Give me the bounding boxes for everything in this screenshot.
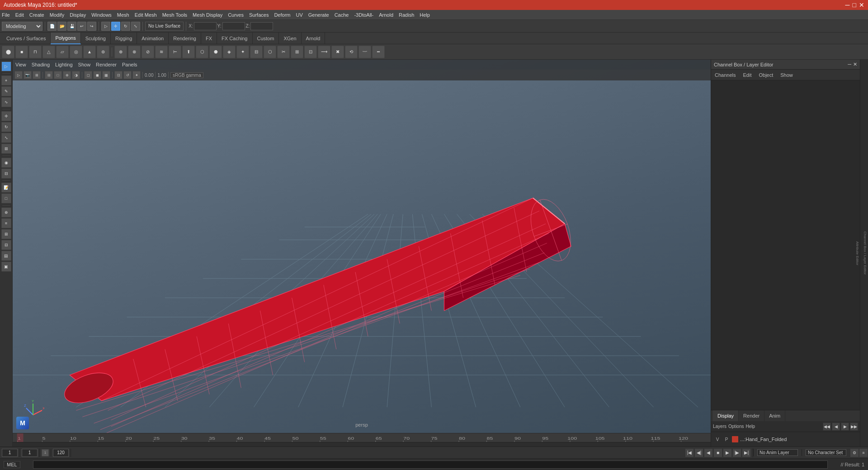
layer-v[interactable]: V (714, 436, 721, 443)
menu-3dto-all[interactable]: -3DtoAll- (354, 12, 373, 18)
tool-6[interactable]: ▣ (1, 262, 11, 272)
shelf-delete-edge[interactable]: ✖ (331, 46, 344, 58)
viewport-main[interactable]: View Shading Lighting Show Renderer Pane… (13, 60, 711, 433)
maximize-btn[interactable]: □ (853, 1, 856, 9)
shelf-smooth[interactable]: ≋ (155, 46, 168, 58)
play-back-btn[interactable]: ◀ (704, 448, 713, 457)
layer-p[interactable]: P (723, 436, 730, 443)
shelf-extrude[interactable]: ⬆ (182, 46, 195, 58)
shelf-poke[interactable]: ✦ (236, 46, 249, 58)
soft-select[interactable]: ◉ (1, 158, 11, 168)
go-start-btn[interactable]: |◀ (685, 448, 694, 457)
menu-deform[interactable]: Deform (274, 12, 290, 18)
help-sub[interactable]: Help (745, 424, 755, 429)
layer-tab-display[interactable]: Display (713, 410, 739, 421)
mode-dropdown[interactable]: Modeling (2, 22, 42, 31)
renderer-menu[interactable]: Renderer (96, 62, 117, 67)
tab-rigging[interactable]: Rigging (111, 33, 137, 44)
layers-sub[interactable]: Layers (713, 424, 726, 429)
tab-edit[interactable]: Edit (741, 72, 753, 78)
menu-arnold[interactable]: Arnold (379, 12, 393, 18)
panels-menu[interactable]: Panels (122, 62, 137, 67)
panel-minimize[interactable]: ─ (848, 61, 851, 67)
layer-end-btn[interactable]: ▶▶ (850, 423, 858, 431)
tab-custom[interactable]: Custom (253, 33, 279, 44)
shelf-cube[interactable]: ■ (15, 46, 28, 58)
menu-create[interactable]: Create (29, 12, 44, 18)
shelf-cone[interactable]: △ (42, 46, 55, 58)
shelf-cylinder[interactable]: ⊓ (29, 46, 42, 58)
stop-btn[interactable]: ■ (713, 448, 722, 457)
menu-modify[interactable]: Modify (50, 12, 64, 18)
menu-file[interactable]: File (2, 12, 10, 18)
layer-tab-anim[interactable]: Anim (764, 410, 785, 421)
layer-fwd-btn[interactable]: ▶ (841, 423, 849, 431)
tab-arnold[interactable]: Arnold (302, 33, 326, 44)
scale-tool[interactable]: ⤡ (1, 133, 11, 143)
shelf-plane[interactable]: ▱ (56, 46, 69, 58)
tab-sculpting[interactable]: Sculpting (81, 33, 111, 44)
current-frame-input[interactable] (2, 449, 18, 457)
go-end-btn[interactable]: ▶| (742, 448, 751, 457)
menu-edit-mesh[interactable]: Edit Mesh (135, 12, 157, 18)
window-controls[interactable]: ─ □ ✕ (845, 1, 864, 9)
shelf-pipe[interactable]: ⊚ (97, 46, 109, 58)
redo-btn[interactable]: ↪ (87, 22, 96, 31)
shelf-harden[interactable]: ━ (372, 46, 385, 58)
close-btn[interactable]: ✕ (859, 1, 864, 9)
vp-shading[interactable]: ◑ (72, 71, 80, 79)
shelf-separate[interactable]: ⊗ (128, 46, 141, 58)
undo-btn[interactable]: ↩ (77, 22, 86, 31)
camera-tool[interactable]: □ (1, 193, 11, 203)
vp-display2[interactable]: ◼ (93, 71, 101, 79)
menu-radish[interactable]: Radish (399, 12, 414, 18)
shelf-soften[interactable]: 〰 (359, 46, 371, 58)
vp-display3[interactable]: ▦ (102, 71, 110, 79)
sculpt-tool[interactable]: ∿ (1, 97, 11, 107)
tab-xgen[interactable]: XGen (279, 33, 301, 44)
tool-1[interactable]: ⊕ (1, 207, 11, 217)
list-item[interactable]: V P ...:Hand_Fan_Folded (713, 434, 858, 445)
menu-cache[interactable]: Cache (335, 12, 349, 18)
paint-tool[interactable]: ✎ (1, 86, 11, 96)
vp-orbit[interactable]: ↺ (123, 71, 132, 79)
tab-object[interactable]: Object (757, 72, 775, 78)
minimize-btn[interactable]: ─ (845, 1, 850, 9)
tab-channels[interactable]: Channels (713, 72, 737, 78)
open-btn[interactable]: 📂 (57, 22, 66, 31)
shelf-bevel[interactable]: ⬡ (196, 46, 208, 58)
tab-curves-surfaces[interactable]: Curves / Surfaces (2, 33, 51, 44)
move-tool[interactable]: ✛ (1, 111, 11, 121)
scale-btn[interactable]: ⤡ (131, 22, 140, 31)
rotate-tool[interactable]: ↻ (1, 122, 11, 132)
vp-snap[interactable]: ✦ (132, 71, 141, 79)
range-end-input[interactable] (53, 449, 69, 457)
menu-curves[interactable]: Curves (228, 12, 244, 18)
tab-rendering[interactable]: Rendering (169, 33, 201, 44)
y-input[interactable] (222, 22, 245, 30)
menu-mesh[interactable]: Mesh (117, 12, 129, 18)
shelf-combine[interactable]: ⊕ (114, 46, 127, 58)
range-start-input[interactable] (22, 449, 38, 457)
move-btn[interactable]: ✛ (111, 22, 120, 31)
options-sub[interactable]: Options (728, 424, 744, 429)
shelf-offset-edge[interactable]: ⊡ (304, 46, 317, 58)
shelf-wedge[interactable]: ◈ (223, 46, 236, 58)
shelf-mirror[interactable]: ⊢ (169, 46, 181, 58)
tool-5[interactable]: ▤ (1, 251, 11, 261)
layer-tab-render[interactable]: Render (739, 410, 764, 421)
menu-edit[interactable]: Edit (15, 12, 24, 18)
command-input[interactable] (33, 461, 828, 469)
menu-help[interactable]: Help (420, 12, 430, 18)
anim-settings-btn[interactable]: ≡ (859, 448, 868, 457)
menu-mesh-display[interactable]: Mesh Display (193, 12, 222, 18)
tab-fx[interactable]: FX (201, 33, 217, 44)
script-mode[interactable]: MEL (4, 461, 20, 468)
vp-grid[interactable]: ⊟ (45, 71, 53, 79)
menu-display[interactable]: Display (70, 12, 86, 18)
tab-polygons[interactable]: Polygons (51, 33, 80, 44)
shelf-transform[interactable]: ⟲ (345, 46, 358, 58)
sidebar-channel-label[interactable]: Channel Box / Layer Editor (863, 231, 867, 275)
lighting-menu[interactable]: Lighting (55, 62, 73, 67)
shelf-slide-edge[interactable]: ⟶ (318, 46, 330, 58)
